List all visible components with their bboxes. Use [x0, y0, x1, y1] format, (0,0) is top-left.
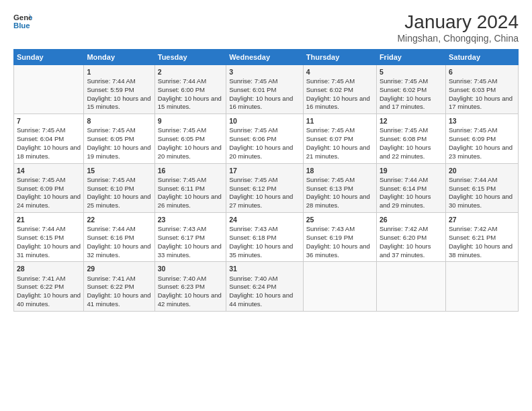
calendar-cell: 26Sunrise: 7:42 AMSunset: 6:20 PMDayligh…: [376, 213, 445, 262]
sunrise-text: Sunrise: 7:45 AM: [87, 126, 135, 134]
sunrise-text: Sunrise: 7:44 AM: [87, 77, 135, 85]
day-number: 25: [306, 215, 373, 224]
calendar-cell: 6Sunrise: 7:45 AMSunset: 6:03 PMDaylight…: [445, 64, 518, 113]
day-number: 18: [306, 166, 373, 175]
calendar-cell: 30Sunrise: 7:40 AMSunset: 6:23 PMDayligh…: [154, 262, 226, 311]
calendar-table: Sunday Monday Tuesday Wednesday Thursday…: [13, 49, 519, 312]
daylight-text: Daylight: 10 hours and 36 minutes.: [306, 242, 370, 259]
sunset-text: Sunset: 6:18 PM: [229, 234, 276, 241]
calendar-cell: 3Sunrise: 7:45 AMSunset: 6:01 PMDaylight…: [226, 64, 304, 113]
sunset-text: Sunset: 6:16 PM: [87, 234, 134, 241]
col-tuesday: Tuesday: [154, 49, 226, 64]
sunrise-text: Sunrise: 7:44 AM: [449, 176, 497, 183]
daylight-text: Daylight: 10 hours and 15 minutes.: [87, 95, 150, 111]
day-number: 15: [87, 166, 151, 175]
daylight-text: Daylight: 10 hours and 21 minutes.: [306, 144, 370, 160]
calendar-cell: 23Sunrise: 7:43 AMSunset: 6:17 PMDayligh…: [154, 213, 226, 262]
sunset-text: Sunset: 6:21 PM: [449, 234, 496, 241]
calendar-cell: 16Sunrise: 7:45 AMSunset: 6:11 PMDayligh…: [154, 163, 226, 212]
sunrise-text: Sunrise: 7:40 AM: [229, 275, 277, 282]
title-block: January 2024 Mingshan, Chongqing, China: [397, 12, 519, 44]
calendar-cell: 1Sunrise: 7:44 AMSunset: 5:59 PMDaylight…: [84, 64, 154, 113]
calendar-cell: 13Sunrise: 7:45 AMSunset: 6:09 PMDayligh…: [445, 114, 518, 163]
header-row: Sunday Monday Tuesday Wednesday Thursday…: [14, 49, 519, 64]
calendar-cell: 7Sunrise: 7:45 AMSunset: 6:04 PMDaylight…: [14, 114, 84, 163]
page: General Blue January 2024 Mingshan, Chon…: [0, 0, 532, 411]
calendar-cell: 15Sunrise: 7:45 AMSunset: 6:10 PMDayligh…: [84, 163, 154, 212]
day-number: 17: [229, 166, 300, 175]
day-number: 9: [158, 116, 223, 126]
sunset-text: Sunset: 6:05 PM: [158, 135, 205, 142]
col-monday: Monday: [84, 49, 154, 64]
sunset-text: Sunset: 6:06 PM: [229, 135, 276, 142]
calendar-cell: 2Sunrise: 7:44 AMSunset: 6:00 PMDaylight…: [154, 64, 226, 113]
calendar-cell: [376, 262, 445, 311]
sunset-text: Sunset: 5:59 PM: [87, 86, 134, 93]
daylight-text: Daylight: 10 hours and 35 minutes.: [229, 242, 293, 259]
svg-text:General: General: [13, 13, 32, 21]
daylight-text: Daylight: 10 hours and 37 minutes.: [380, 242, 431, 259]
day-number: 11: [306, 116, 373, 126]
sunset-text: Sunset: 6:19 PM: [306, 234, 353, 241]
sunset-text: Sunset: 6:00 PM: [158, 86, 205, 93]
day-number: 2: [158, 67, 223, 77]
calendar-cell: 12Sunrise: 7:45 AMSunset: 6:08 PMDayligh…: [376, 114, 445, 163]
sunrise-text: Sunrise: 7:45 AM: [380, 126, 428, 134]
sunset-text: Sunset: 6:22 PM: [87, 283, 134, 290]
sunrise-text: Sunrise: 7:45 AM: [158, 126, 206, 134]
daylight-text: Daylight: 10 hours and 16 minutes.: [306, 95, 370, 111]
svg-text:Blue: Blue: [13, 21, 30, 30]
daylight-text: Daylight: 10 hours and 32 minutes.: [87, 242, 150, 259]
daylight-text: Daylight: 10 hours and 16 minutes.: [229, 95, 293, 111]
calendar-cell: [14, 64, 84, 113]
sunrise-text: Sunrise: 7:44 AM: [380, 176, 428, 183]
day-number: 24: [229, 215, 300, 224]
calendar-cell: 18Sunrise: 7:45 AMSunset: 6:13 PMDayligh…: [303, 163, 376, 212]
daylight-text: Daylight: 10 hours and 18 minutes.: [17, 144, 81, 160]
calendar-cell: 21Sunrise: 7:44 AMSunset: 6:15 PMDayligh…: [14, 213, 84, 262]
calendar-cell: 28Sunrise: 7:41 AMSunset: 6:22 PMDayligh…: [14, 262, 84, 311]
sunset-text: Sunset: 6:09 PM: [17, 185, 64, 192]
sunset-text: Sunset: 6:17 PM: [158, 234, 205, 241]
day-number: 3: [229, 67, 300, 77]
daylight-text: Daylight: 10 hours and 28 minutes.: [306, 193, 370, 209]
sunrise-text: Sunrise: 7:45 AM: [306, 126, 355, 134]
sunset-text: Sunset: 6:04 PM: [17, 135, 64, 142]
calendar-cell: 22Sunrise: 7:44 AMSunset: 6:16 PMDayligh…: [84, 213, 154, 262]
sunrise-text: Sunrise: 7:45 AM: [306, 176, 355, 183]
sunset-text: Sunset: 6:11 PM: [158, 185, 205, 192]
col-saturday: Saturday: [445, 49, 518, 64]
day-number: 20: [449, 166, 515, 175]
sunset-text: Sunset: 6:09 PM: [449, 135, 496, 142]
sunrise-text: Sunrise: 7:44 AM: [87, 225, 135, 232]
day-number: 4: [306, 67, 373, 77]
sunrise-text: Sunrise: 7:45 AM: [87, 176, 135, 183]
day-number: 10: [229, 116, 300, 126]
calendar-cell: 27Sunrise: 7:42 AMSunset: 6:21 PMDayligh…: [445, 213, 518, 262]
daylight-text: Daylight: 10 hours and 26 minutes.: [158, 193, 222, 209]
sunrise-text: Sunrise: 7:44 AM: [158, 77, 206, 85]
daylight-text: Daylight: 10 hours and 38 minutes.: [449, 242, 513, 259]
calendar-cell: 24Sunrise: 7:43 AMSunset: 6:18 PMDayligh…: [226, 213, 304, 262]
calendar-week-5: 28Sunrise: 7:41 AMSunset: 6:22 PMDayligh…: [14, 262, 519, 311]
calendar-week-2: 7Sunrise: 7:45 AMSunset: 6:04 PMDaylight…: [14, 114, 519, 163]
calendar-week-4: 21Sunrise: 7:44 AMSunset: 6:15 PMDayligh…: [14, 213, 519, 262]
calendar-cell: 31Sunrise: 7:40 AMSunset: 6:24 PMDayligh…: [226, 262, 304, 311]
calendar-week-1: 1Sunrise: 7:44 AMSunset: 5:59 PMDaylight…: [14, 64, 519, 113]
day-number: 30: [158, 264, 223, 273]
daylight-text: Daylight: 10 hours and 40 minutes.: [17, 291, 81, 308]
sunset-text: Sunset: 6:20 PM: [380, 234, 427, 241]
logo-icon: General Blue: [13, 12, 32, 31]
day-number: 23: [158, 215, 223, 224]
day-number: 8: [87, 116, 151, 126]
sunset-text: Sunset: 6:22 PM: [17, 283, 64, 290]
daylight-text: Daylight: 10 hours and 30 minutes.: [449, 193, 513, 209]
daylight-text: Daylight: 10 hours and 24 minutes.: [17, 193, 81, 209]
sunrise-text: Sunrise: 7:45 AM: [17, 126, 65, 134]
day-number: 12: [380, 116, 443, 126]
sunrise-text: Sunrise: 7:42 AM: [449, 225, 497, 232]
sunset-text: Sunset: 6:02 PM: [306, 86, 353, 93]
day-number: 19: [380, 166, 443, 175]
daylight-text: Daylight: 10 hours and 19 minutes.: [87, 144, 150, 160]
day-number: 26: [380, 215, 443, 224]
